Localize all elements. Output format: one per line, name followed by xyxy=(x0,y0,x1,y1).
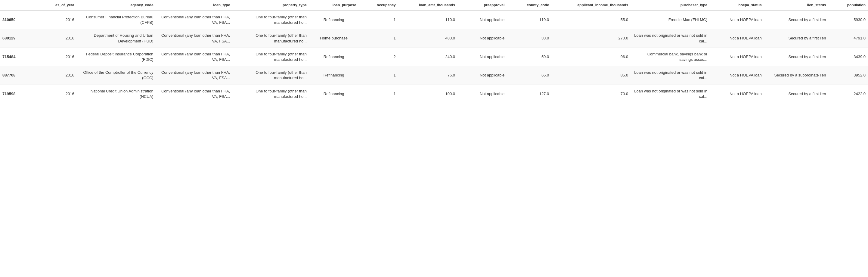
cell-population: 3439.0 xyxy=(828,48,868,66)
cell-applicant_income_thousands: 96.0 xyxy=(551,48,630,66)
cell-applicant_income_thousands: 55.0 xyxy=(551,10,630,29)
col-header-preapproval[interactable]: preapproval xyxy=(458,0,507,10)
cell-purchaser_type: Commercial bank, savings bank or savings… xyxy=(630,48,710,66)
cell-population: 3952.0 xyxy=(828,66,868,85)
cell-loan_amt_thousands: 110.0 xyxy=(398,10,458,29)
cell-county_code: 65.0 xyxy=(507,66,551,85)
cell-lien_status: Secured by a first lien xyxy=(764,85,829,103)
cell-loan_amt_thousands: 480.0 xyxy=(398,29,458,48)
cell-preapproval: Not applicable xyxy=(458,85,507,103)
cell-loan_type: Conventional (any loan other than FHA, V… xyxy=(156,85,232,103)
col-header-id[interactable] xyxy=(0,0,39,10)
cell-hoepa_status: Not a HOEPA loan xyxy=(710,48,764,66)
cell-agency_code: National Credit Union Administration (NC… xyxy=(77,85,156,103)
cell-lien_status: Secured by a first lien xyxy=(764,29,829,48)
cell-loan_purpose: Refinancing xyxy=(309,85,359,103)
cell-loan_type: Conventional (any loan other than FHA, V… xyxy=(156,29,232,48)
col-header-population[interactable]: population xyxy=(828,0,868,10)
cell-loan_purpose: Refinancing xyxy=(309,48,359,66)
cell-applicant_income_thousands: 70.0 xyxy=(551,85,630,103)
table-row: 6301292016Department of Housing and Urba… xyxy=(0,29,868,48)
cell-preapproval: Not applicable xyxy=(458,48,507,66)
col-header-loan_purpose[interactable]: loan_purpose xyxy=(309,0,359,10)
cell-population: 5930.0 xyxy=(828,10,868,29)
cell-agency_code: Federal Deposit Insurance Corporation (F… xyxy=(77,48,156,66)
cell-county_code: 127.0 xyxy=(507,85,551,103)
col-header-applicant_income_thousands[interactable]: applicant_income_thousands xyxy=(551,0,630,10)
cell-county_code: 33.0 xyxy=(507,29,551,48)
cell-purchaser_type: Loan was not originated or was not sold … xyxy=(630,29,710,48)
cell-occupancy: 1 xyxy=(359,29,398,48)
cell-lien_status: Secured by a first lien xyxy=(764,48,829,66)
cell-loan_type: Conventional (any loan other than FHA, V… xyxy=(156,10,232,29)
col-header-agency_code[interactable]: agency_code xyxy=(77,0,156,10)
cell-loan_amt_thousands: 100.0 xyxy=(398,85,458,103)
cell-id: 715484 xyxy=(0,48,39,66)
table-row: 7195982016National Credit Union Administ… xyxy=(0,85,868,103)
col-header-loan_type[interactable]: loan_type xyxy=(156,0,232,10)
table-row: 3106502016Consumer Financial Protection … xyxy=(0,10,868,29)
cell-agency_code: Office of the Comptroller of the Currenc… xyxy=(77,66,156,85)
cell-purchaser_type: Loan was not originated or was not sold … xyxy=(630,66,710,85)
cell-loan_amt_thousands: 240.0 xyxy=(398,48,458,66)
cell-id: 310650 xyxy=(0,10,39,29)
cell-loan_purpose: Home purchase xyxy=(309,29,359,48)
cell-occupancy: 1 xyxy=(359,66,398,85)
col-header-loan_amt_thousands[interactable]: loan_amt_thousands xyxy=(398,0,458,10)
table-header-row: as_of_year agency_code loan_type propert… xyxy=(0,0,868,10)
data-table: as_of_year agency_code loan_type propert… xyxy=(0,0,868,103)
cell-purchaser_type: Freddie Mac (FHLMC) xyxy=(630,10,710,29)
cell-id: 630129 xyxy=(0,29,39,48)
cell-property_type: One to four-family (other than manufactu… xyxy=(232,10,309,29)
cell-loan_amt_thousands: 76.0 xyxy=(398,66,458,85)
cell-id: 887708 xyxy=(0,66,39,85)
col-header-lien_status[interactable]: lien_status xyxy=(764,0,829,10)
cell-applicant_income_thousands: 270.0 xyxy=(551,29,630,48)
cell-preapproval: Not applicable xyxy=(458,10,507,29)
main-table-container: as_of_year agency_code loan_type propert… xyxy=(0,0,868,103)
cell-lien_status: Secured by a first lien xyxy=(764,10,829,29)
cell-property_type: One to four-family (other than manufactu… xyxy=(232,48,309,66)
cell-property_type: One to four-family (other than manufactu… xyxy=(232,85,309,103)
cell-loan_purpose: Refinancing xyxy=(309,66,359,85)
cell-lien_status: Secured by a subordinate lien xyxy=(764,66,829,85)
cell-property_type: One to four-family (other than manufactu… xyxy=(232,66,309,85)
col-header-property_type[interactable]: property_type xyxy=(232,0,309,10)
cell-hoepa_status: Not a HOEPA loan xyxy=(710,85,764,103)
cell-county_code: 119.0 xyxy=(507,10,551,29)
col-header-county_code[interactable]: county_code xyxy=(507,0,551,10)
cell-as_of_year: 2016 xyxy=(39,85,76,103)
cell-as_of_year: 2016 xyxy=(39,66,76,85)
col-header-purchaser_type[interactable]: purchaser_type xyxy=(630,0,710,10)
cell-as_of_year: 2016 xyxy=(39,48,76,66)
cell-occupancy: 2 xyxy=(359,48,398,66)
col-header-as_of_year[interactable]: as_of_year xyxy=(39,0,76,10)
cell-county_code: 59.0 xyxy=(507,48,551,66)
cell-applicant_income_thousands: 85.0 xyxy=(551,66,630,85)
cell-agency_code: Department of Housing and Urban Developm… xyxy=(77,29,156,48)
cell-occupancy: 1 xyxy=(359,10,398,29)
cell-agency_code: Consumer Financial Protection Bureau (CF… xyxy=(77,10,156,29)
cell-population: 2422.0 xyxy=(828,85,868,103)
cell-loan_type: Conventional (any loan other than FHA, V… xyxy=(156,66,232,85)
cell-loan_type: Conventional (any loan other than FHA, V… xyxy=(156,48,232,66)
cell-hoepa_status: Not a HOEPA loan xyxy=(710,66,764,85)
cell-purchaser_type: Loan was not originated or was not sold … xyxy=(630,85,710,103)
table-row: 7154842016Federal Deposit Insurance Corp… xyxy=(0,48,868,66)
col-header-occupancy[interactable]: occupancy xyxy=(359,0,398,10)
col-header-hoepa_status[interactable]: hoepa_status xyxy=(710,0,764,10)
cell-hoepa_status: Not a HOEPA loan xyxy=(710,10,764,29)
cell-preapproval: Not applicable xyxy=(458,29,507,48)
cell-hoepa_status: Not a HOEPA loan xyxy=(710,29,764,48)
table-row: 8877082016Office of the Comptroller of t… xyxy=(0,66,868,85)
cell-population: 4791.0 xyxy=(828,29,868,48)
cell-preapproval: Not applicable xyxy=(458,66,507,85)
cell-id: 719598 xyxy=(0,85,39,103)
cell-loan_purpose: Refinancing xyxy=(309,10,359,29)
cell-as_of_year: 2016 xyxy=(39,10,76,29)
cell-occupancy: 1 xyxy=(359,85,398,103)
cell-as_of_year: 2016 xyxy=(39,29,76,48)
cell-property_type: One to four-family (other than manufactu… xyxy=(232,29,309,48)
